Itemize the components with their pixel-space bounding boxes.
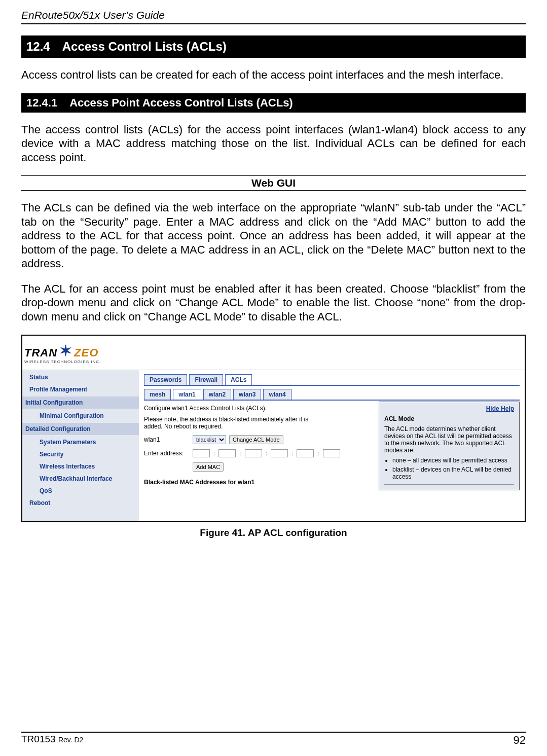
config-text-1: Configure wlan1 Access Control Lists (AC… xyxy=(144,405,326,412)
sidebar-item-profile[interactable]: Profile Management xyxy=(22,383,139,395)
tab-acls[interactable]: ACLs xyxy=(225,374,252,385)
help-li-blacklist: blacklist – devices on the ACL will be d… xyxy=(392,466,514,480)
para-webgui-2: The ACL for an access point must be enab… xyxy=(21,282,526,324)
sidebar: Status Profile Management Initial Config… xyxy=(22,370,139,521)
logo-text-tran: TRAN xyxy=(24,346,57,359)
sidebar-item-qos[interactable]: QoS xyxy=(22,485,139,497)
tab-wlan4[interactable]: wlan4 xyxy=(263,389,291,400)
mac-octet-5-input[interactable] xyxy=(297,449,314,457)
sidebar-item-reboot[interactable]: Reboot xyxy=(22,497,139,509)
enter-address-label: Enter address: xyxy=(144,450,190,457)
help-title: ACL Mode xyxy=(384,415,514,422)
para-12-4: Access control lists can be created for … xyxy=(21,68,526,82)
heading-12-4-1-num: 12.4.1 xyxy=(26,96,57,110)
sidebar-head-detailed-config: Detailed Configuration xyxy=(22,423,139,435)
tab-wlan1[interactable]: wlan1 xyxy=(173,389,201,400)
screenshot-figure-41: TRAN ✶ ZEO WIRELESS TECHNOLOGIES INC. St… xyxy=(21,335,526,522)
tab-wlan2[interactable]: wlan2 xyxy=(203,389,231,400)
mac-octet-3-input[interactable] xyxy=(245,449,262,457)
footer-rev: Rev. D2 xyxy=(58,736,84,744)
tab-passwords[interactable]: Passwords xyxy=(144,374,187,385)
tab-wlan3[interactable]: wlan3 xyxy=(233,389,261,400)
logo-swirl-icon: ✶ xyxy=(57,342,74,359)
wlan1-label: wlan1 xyxy=(144,436,190,443)
sidebar-item-system-parameters[interactable]: System Parameters xyxy=(22,436,139,448)
para-12-4-1: The access control lists (ACLs) for the … xyxy=(21,123,526,165)
sidebar-item-wireless-interfaces[interactable]: Wireless Interfaces xyxy=(22,460,139,473)
colon-sep: : xyxy=(317,450,319,457)
footer-doc-id: TR0153 xyxy=(21,734,58,744)
heading-12-4-1-title: Access Point Access Control Lists (ACLs) xyxy=(69,96,293,109)
help-li-none: none – all devices will be permitted acc… xyxy=(392,457,514,464)
mac-octet-4-input[interactable] xyxy=(271,449,288,457)
sidebar-item-status[interactable]: Status xyxy=(22,371,139,383)
acl-mode-select[interactable]: blacklist xyxy=(193,435,226,444)
logo-text-zeo: ZEO xyxy=(74,346,98,359)
heading-12-4: 12.4Access Control Lists (ACLs) xyxy=(21,35,526,58)
logo-subtext: WIRELESS TECHNOLOGIES INC. xyxy=(24,359,101,364)
sidebar-item-minimal-config[interactable]: Minimal Configuration xyxy=(22,410,139,422)
help-panel: Hide Help ACL Mode The ACL mode determin… xyxy=(379,402,520,490)
tab-row-top: Passwords Firewall ACLs xyxy=(144,374,520,386)
tab-firewall[interactable]: Firewall xyxy=(189,374,223,385)
hide-help-link[interactable]: Hide Help xyxy=(384,405,514,412)
config-text-2: Please note, the address is black-listed… xyxy=(144,416,326,430)
change-acl-mode-button[interactable]: Change ACL Mode xyxy=(229,435,283,444)
colon-sep: : xyxy=(265,450,268,457)
tab-mesh[interactable]: mesh xyxy=(144,389,171,400)
logo-bar: TRAN ✶ ZEO WIRELESS TECHNOLOGIES INC. xyxy=(22,336,525,370)
doc-header: EnRoute50x/51x User’s Guide xyxy=(21,9,526,24)
mac-octet-1-input[interactable] xyxy=(193,449,210,457)
colon-sep: : xyxy=(291,450,294,457)
add-mac-button[interactable]: Add MAC xyxy=(193,462,224,472)
sidebar-item-wired-backhaul[interactable]: Wired/Backhaul Interface xyxy=(22,473,139,485)
heading-12-4-1: 12.4.1Access Point Access Control Lists … xyxy=(21,93,526,113)
content-area: Passwords Firewall ACLs mesh wlan1 wlan2… xyxy=(139,370,525,521)
para-webgui-1: The ACLs can be defined via the web inte… xyxy=(21,201,526,271)
colon-sep: : xyxy=(213,450,215,457)
page-number: 92 xyxy=(514,734,526,747)
webgui-label: Web GUI xyxy=(21,175,526,191)
mac-octet-2-input[interactable] xyxy=(218,449,236,457)
page-footer: TR0153 Rev. D2 92 xyxy=(21,732,526,747)
footer-left: TR0153 Rev. D2 xyxy=(21,734,83,747)
sidebar-item-security[interactable]: Security xyxy=(22,448,139,460)
sidebar-head-initial-config: Initial Configuration xyxy=(22,397,139,409)
heading-12-4-num: 12.4 xyxy=(26,40,50,54)
colon-sep: : xyxy=(239,450,241,457)
mac-octet-6-input[interactable] xyxy=(323,449,340,457)
help-body: The ACL mode determines whether client d… xyxy=(384,425,514,454)
heading-12-4-title: Access Control Lists (ACLs) xyxy=(62,40,227,53)
figure-caption: Figure 41. AP ACL configuration xyxy=(21,527,526,538)
tab-row-sub: mesh wlan1 wlan2 wlan3 wlan4 xyxy=(144,389,520,401)
